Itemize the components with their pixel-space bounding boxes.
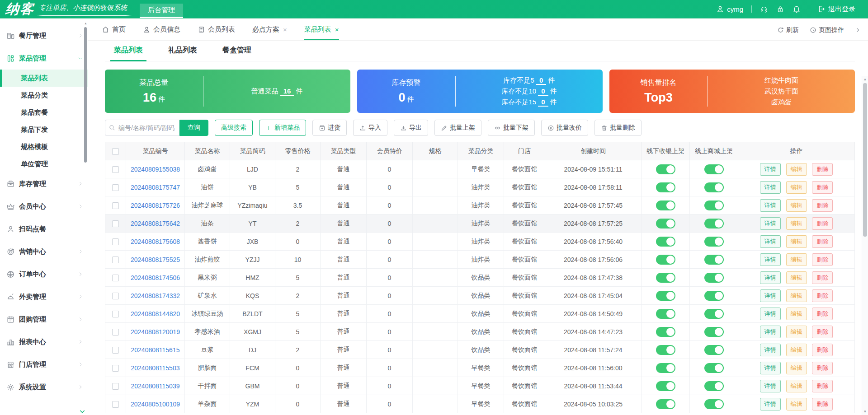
delete-button[interactable]: 删除	[812, 362, 833, 374]
dish-code-link[interactable]: 20240805100109	[131, 401, 180, 408]
content-scrollbar[interactable]: ▲ ▼	[862, 76, 868, 415]
edit-button[interactable]: 编辑	[786, 199, 807, 212]
detail-button[interactable]: 详情	[760, 380, 781, 392]
lock-icon[interactable]	[776, 5, 784, 13]
pos-onshelf-toggle[interactable]	[656, 255, 675, 265]
delete-button[interactable]: 删除	[812, 253, 833, 266]
add-dish-button[interactable]: 新增菜品	[259, 120, 306, 136]
detail-button[interactable]: 详情	[760, 398, 781, 410]
sidebar-item-store[interactable]: 门店管理	[0, 353, 88, 376]
delete-button[interactable]: 删除	[812, 380, 833, 392]
normal-dish-count-link[interactable]: 16	[280, 87, 294, 96]
sidebar-subitem-unit-manage[interactable]: 单位管理	[0, 155, 88, 173]
delete-button[interactable]: 删除	[812, 308, 833, 320]
pos-onshelf-toggle[interactable]	[656, 182, 675, 192]
stock-lt10-link[interactable]: 0	[538, 87, 548, 96]
headset-icon[interactable]	[760, 5, 768, 13]
row-checkbox[interactable]	[112, 238, 119, 245]
edit-button[interactable]: 编辑	[786, 308, 807, 320]
sidebar-item-takeout[interactable]: 外卖管理	[0, 285, 88, 308]
batch-price-button[interactable]: 批量改价	[541, 120, 588, 136]
pos-onshelf-toggle[interactable]	[656, 363, 675, 373]
search-input[interactable]	[105, 120, 179, 136]
row-checkbox[interactable]	[112, 166, 119, 173]
pos-onshelf-toggle[interactable]	[656, 291, 675, 301]
row-checkbox[interactable]	[112, 383, 119, 390]
sidebar-item-dishes[interactable]: 菜品管理	[0, 47, 88, 70]
page-operations-button[interactable]: 页面操作	[810, 26, 844, 34]
pos-onshelf-toggle[interactable]	[656, 219, 675, 228]
row-checkbox[interactable]	[112, 347, 119, 354]
dish-code-link[interactable]: 20240808175642	[131, 220, 180, 227]
delete-button[interactable]: 删除	[812, 181, 833, 194]
delete-button[interactable]: 删除	[812, 199, 833, 212]
sidebar-subitem-dish-category[interactable]: 菜品分类	[0, 87, 88, 104]
detail-button[interactable]: 详情	[760, 344, 781, 356]
content-scrollbar-thumb[interactable]	[863, 83, 867, 237]
edit-button[interactable]: 编辑	[786, 344, 807, 356]
delete-button[interactable]: 删除	[812, 344, 833, 356]
tab-member-info[interactable]: 会员信息	[143, 20, 180, 40]
refresh-button[interactable]: 刷新	[777, 26, 799, 34]
tab-dish-list[interactable]: 菜品列表 ×	[304, 20, 339, 40]
sidebar-item-inventory[interactable]: 库存管理	[0, 173, 88, 195]
mall-onshelf-toggle[interactable]	[704, 255, 724, 265]
bell-icon[interactable]	[793, 5, 801, 13]
dish-code-link[interactable]: 20240809155038	[131, 166, 180, 173]
advanced-search-button[interactable]: 高级搜索	[215, 120, 253, 136]
dish-code-link[interactable]: 20240808174506	[131, 274, 180, 281]
stock-lt5-link[interactable]: 0	[536, 76, 546, 85]
mall-onshelf-toggle[interactable]	[704, 273, 724, 283]
sidebar-item-groupbuy[interactable]: 团购管理	[0, 308, 88, 331]
pos-onshelf-toggle[interactable]	[656, 237, 675, 247]
mall-onshelf-toggle[interactable]	[704, 345, 724, 355]
dish-code-link[interactable]: 20240808115039	[131, 382, 180, 390]
mall-onshelf-toggle[interactable]	[704, 237, 724, 247]
mall-onshelf-toggle[interactable]	[704, 219, 724, 228]
user-menu[interactable]: cymg	[716, 5, 743, 13]
sidebar-item-report[interactable]: 报表中心	[0, 331, 88, 353]
pos-onshelf-toggle[interactable]	[656, 164, 675, 174]
subtab-gift-list[interactable]: 礼品列表	[165, 41, 201, 61]
mall-onshelf-toggle[interactable]	[704, 309, 724, 319]
search-button[interactable]: 查询	[179, 120, 208, 136]
scroll-up-icon[interactable]: ▲	[84, 22, 88, 25]
delete-button[interactable]: 删除	[812, 326, 833, 338]
edit-button[interactable]: 编辑	[786, 271, 807, 284]
detail-button[interactable]: 详情	[760, 163, 781, 176]
dish-code-link[interactable]: 20240808144820	[131, 310, 180, 317]
purchase-button[interactable]: 进货	[312, 120, 347, 136]
sidebar-item-restaurant[interactable]: 餐厅管理	[0, 24, 88, 47]
export-button[interactable]: 导出	[394, 120, 428, 136]
edit-button[interactable]: 编辑	[786, 253, 807, 266]
detail-button[interactable]: 详情	[760, 253, 781, 266]
pos-onshelf-toggle[interactable]	[656, 309, 675, 319]
dish-code-link[interactable]: 20240808115615	[131, 346, 180, 354]
edit-button[interactable]: 编辑	[786, 398, 807, 410]
dish-code-link[interactable]: 20240808175726	[131, 202, 180, 209]
row-checkbox[interactable]	[112, 365, 119, 372]
batch-delete-button[interactable]: 批量删除	[594, 120, 642, 136]
edit-button[interactable]: 编辑	[786, 181, 807, 194]
edit-button[interactable]: 编辑	[786, 163, 807, 176]
detail-button[interactable]: 详情	[760, 271, 781, 284]
edit-button[interactable]: 编辑	[786, 289, 807, 302]
row-checkbox[interactable]	[112, 293, 119, 299]
detail-button[interactable]: 详情	[760, 235, 781, 248]
delete-button[interactable]: 删除	[812, 289, 833, 302]
dish-code-link[interactable]: 20240808115503	[131, 364, 180, 372]
detail-button[interactable]: 详情	[760, 362, 781, 374]
edit-button[interactable]: 编辑	[786, 380, 807, 392]
tab-home[interactable]: 首页	[102, 20, 126, 40]
stock-lt15-link[interactable]: 0	[538, 98, 548, 107]
subtab-mealbox-manage[interactable]: 餐盒管理	[219, 41, 255, 61]
sidebar-scrollbar[interactable]: ▲	[84, 21, 88, 409]
scroll-down-icon[interactable]: ▼	[862, 410, 868, 414]
mall-onshelf-toggle[interactable]	[704, 291, 724, 301]
logout-button[interactable]: 退出登录	[817, 5, 855, 14]
dish-code-link[interactable]: 20240808175525	[131, 256, 180, 263]
detail-button[interactable]: 详情	[760, 217, 781, 230]
detail-button[interactable]: 详情	[760, 289, 781, 302]
pos-onshelf-toggle[interactable]	[656, 201, 675, 210]
mall-onshelf-toggle[interactable]	[704, 201, 724, 210]
